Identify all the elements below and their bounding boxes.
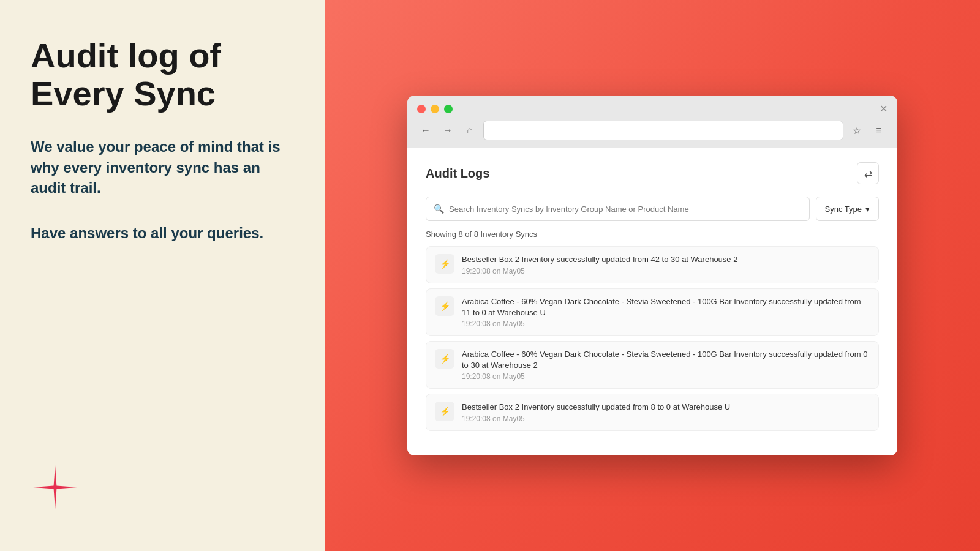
browser-titlebar: ✕ [417,103,888,114]
maximize-dot[interactable] [444,105,453,113]
star-decoration [31,463,80,514]
home-button[interactable]: ⌂ [461,122,478,139]
search-input[interactable] [449,204,802,214]
bookmark-button[interactable]: ☆ [848,122,865,139]
sync-message: Bestseller Box 2 Inventory successfully … [462,254,870,265]
browser-window: ✕ ← → ⌂ ☆ ≡ Audit Logs ⇄ 🔍 [407,96,897,455]
sync-list: ⚡ Bestseller Box 2 Inventory successfull… [426,246,879,430]
left-panel: Audit log of Every Sync We value your pe… [0,0,325,551]
audit-logs-header: Audit Logs ⇄ [426,162,879,184]
sync-timestamp: 19:20:08 on May05 [462,320,870,328]
sync-message: Arabica Coffee - 60% Vegan Dark Chocolat… [462,349,870,371]
sync-message: Bestseller Box 2 Inventory successfully … [462,402,870,413]
showing-count: Showing 8 of 8 Inventory Syncs [426,230,879,239]
window-controls [417,105,453,113]
minimize-dot[interactable] [431,105,439,113]
toolbar-icons: ☆ ≡ [848,122,888,139]
browser-chrome: ✕ ← → ⌂ ☆ ≡ [407,96,897,148]
main-title: Audit log of Every Sync [31,37,294,112]
sync-info: Arabica Coffee - 60% Vegan Dark Chocolat… [462,349,870,381]
browser-content: Audit Logs ⇄ 🔍 Sync Type ▾ Showing 8 of … [407,148,897,455]
sync-message: Arabica Coffee - 60% Vegan Dark Chocolat… [462,296,870,318]
close-dot[interactable] [417,105,426,113]
search-wrapper: 🔍 [426,197,810,221]
description-text: We value your peace of mind that is why … [31,137,294,198]
sync-type-label: Sync Type [825,204,862,214]
sub-description-text: Have answers to all your queries. [31,223,294,244]
sync-item-icon: ⚡ [435,349,454,369]
sync-info: Arabica Coffee - 60% Vegan Dark Chocolat… [462,296,870,328]
sync-timestamp: 19:20:08 on May05 [462,267,870,276]
refresh-button[interactable]: ⇄ [857,162,879,184]
sync-info: Bestseller Box 2 Inventory successfully … [462,254,870,275]
left-content: Audit log of Every Sync We value your pe… [31,37,294,514]
forward-button[interactable]: → [439,122,456,139]
sync-item-icon: ⚡ [435,254,454,274]
window-close-button[interactable]: ✕ [880,103,888,114]
list-item: ⚡ Arabica Coffee - 60% Vegan Dark Chocol… [426,288,879,336]
sync-type-chevron-icon: ▾ [865,204,870,214]
sync-type-button[interactable]: Sync Type ▾ [816,197,879,221]
star-icon [31,463,80,512]
back-button[interactable]: ← [417,122,434,139]
sync-timestamp: 19:20:08 on May05 [462,414,870,423]
sync-item-icon: ⚡ [435,296,454,316]
search-row: 🔍 Sync Type ▾ [426,197,879,221]
right-panel: ✕ ← → ⌂ ☆ ≡ Audit Logs ⇄ 🔍 [325,0,980,551]
browser-toolbar: ← → ⌂ ☆ ≡ [417,121,888,140]
list-item: ⚡ Arabica Coffee - 60% Vegan Dark Chocol… [426,341,879,389]
search-icon: 🔍 [434,204,444,214]
audit-logs-title: Audit Logs [426,167,489,181]
sync-timestamp: 19:20:08 on May05 [462,372,870,381]
menu-button[interactable]: ≡ [870,122,888,139]
address-bar[interactable] [483,121,843,140]
list-item: ⚡ Bestseller Box 2 Inventory successfull… [426,246,879,283]
list-item: ⚡ Bestseller Box 2 Inventory successfull… [426,394,879,430]
sync-info: Bestseller Box 2 Inventory successfully … [462,402,870,422]
sync-item-icon: ⚡ [435,402,454,421]
